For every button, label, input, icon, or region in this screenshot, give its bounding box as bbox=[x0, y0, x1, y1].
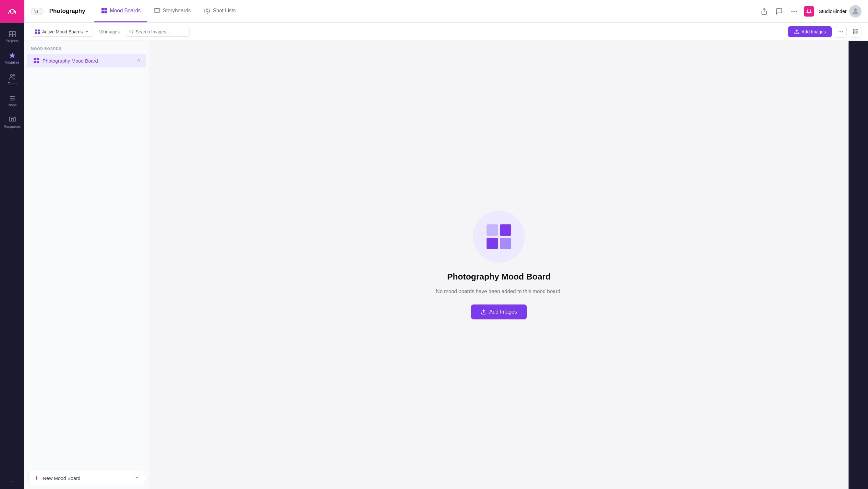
svg-rect-3 bbox=[9, 31, 12, 34]
add-images-button[interactable]: Add Images bbox=[788, 26, 832, 37]
svg-rect-52 bbox=[487, 238, 498, 249]
svg-rect-20 bbox=[154, 8, 160, 12]
main-area: v1 Photography Mood Boards St bbox=[24, 0, 868, 489]
upload-icon-empty bbox=[481, 309, 487, 315]
svg-rect-47 bbox=[37, 61, 39, 63]
right-panel bbox=[848, 41, 868, 489]
svg-rect-13 bbox=[9, 117, 11, 121]
svg-rect-16 bbox=[101, 8, 104, 11]
svg-point-28 bbox=[796, 11, 797, 12]
empty-state: Photography Mood Board No mood boards ha… bbox=[436, 211, 562, 319]
user-name: StudioBinder bbox=[819, 8, 846, 14]
new-mood-board-btn-left: New Mood Board bbox=[34, 475, 81, 481]
project-name: Photography bbox=[49, 8, 85, 14]
svg-rect-33 bbox=[38, 32, 40, 34]
svg-rect-5 bbox=[9, 34, 12, 37]
sidebar-item-count: 0 bbox=[137, 58, 140, 63]
plans-label: Plans bbox=[8, 103, 17, 107]
tab-shot-lists[interactable]: Shot Lists bbox=[197, 0, 242, 22]
toolbar-more-button[interactable] bbox=[835, 26, 846, 38]
search-bar[interactable] bbox=[125, 27, 190, 37]
svg-rect-51 bbox=[500, 224, 511, 236]
svg-rect-43 bbox=[856, 32, 858, 34]
sidebar-item-photography-mood-board[interactable]: Photography Mood Board 0 bbox=[27, 54, 146, 67]
sidebar-item-team[interactable]: Team bbox=[0, 69, 24, 90]
svg-rect-14 bbox=[12, 118, 13, 121]
shot-lists-tab-label: Shot Lists bbox=[213, 8, 236, 13]
svg-rect-46 bbox=[34, 61, 36, 63]
nav-tabs: Mood Boards Storyboards Shot Lists bbox=[94, 0, 759, 22]
user-section[interactable]: StudioBinder bbox=[819, 5, 862, 18]
svg-rect-50 bbox=[487, 224, 498, 236]
sidebar-item-plans[interactable]: Plans bbox=[0, 90, 24, 111]
sidebar-item-projects[interactable]: Projects bbox=[0, 26, 24, 47]
svg-rect-32 bbox=[35, 32, 37, 34]
svg-rect-0 bbox=[6, 5, 18, 17]
svg-rect-41 bbox=[856, 30, 858, 31]
svg-rect-40 bbox=[854, 30, 855, 31]
grid-icon bbox=[853, 29, 859, 35]
chevron-down-icon bbox=[134, 476, 140, 481]
svg-point-2 bbox=[13, 11, 15, 13]
svg-line-35 bbox=[132, 32, 133, 33]
sidebar: MOOD BOARDS Photography Mood Board 0 bbox=[24, 41, 149, 489]
storyboards-tab-label: Storyboards bbox=[163, 8, 191, 13]
svg-rect-42 bbox=[854, 32, 855, 34]
svg-marker-7 bbox=[9, 53, 15, 58]
svg-rect-4 bbox=[12, 31, 15, 34]
svg-rect-45 bbox=[37, 58, 39, 60]
tab-mood-boards[interactable]: Mood Boards bbox=[94, 0, 147, 22]
more-button[interactable]: ... bbox=[10, 477, 14, 489]
search-input[interactable] bbox=[135, 29, 186, 34]
team-label: Team bbox=[8, 82, 17, 86]
filter-label: Active Mood Boards bbox=[42, 29, 83, 34]
nav-items-container: Projects Visualize Team Plans bbox=[0, 23, 24, 477]
sidebar-footer: New Mood Board bbox=[24, 467, 149, 489]
empty-add-images-button[interactable]: Add Images bbox=[471, 304, 526, 319]
new-mood-board-label: New Mood Board bbox=[43, 476, 81, 481]
content-area: MOOD BOARDS Photography Mood Board 0 bbox=[24, 41, 868, 489]
svg-point-1 bbox=[10, 11, 11, 13]
upload-icon bbox=[794, 29, 799, 34]
nav-right: StudioBinder bbox=[759, 5, 862, 18]
svg-rect-18 bbox=[101, 11, 104, 13]
app-logo[interactable] bbox=[0, 0, 24, 23]
resources-label: Resources bbox=[4, 125, 21, 128]
svg-point-29 bbox=[854, 8, 857, 11]
sidebar-item-visualize[interactable]: Visualize bbox=[0, 47, 24, 69]
svg-rect-31 bbox=[38, 29, 40, 31]
svg-point-38 bbox=[840, 31, 841, 32]
svg-point-39 bbox=[842, 31, 843, 32]
svg-rect-53 bbox=[500, 238, 511, 249]
sidebar-item-resources[interactable]: Resources bbox=[0, 111, 24, 133]
empty-state-title: Photography Mood Board bbox=[447, 272, 551, 282]
projects-label: Projects bbox=[6, 39, 19, 43]
empty-state-illustration bbox=[473, 211, 525, 263]
comment-icon[interactable] bbox=[774, 6, 784, 17]
sidebar-list: Photography Mood Board 0 bbox=[24, 54, 149, 467]
svg-point-34 bbox=[130, 30, 133, 33]
filter-dropdown[interactable]: Active Mood Boards bbox=[31, 27, 93, 37]
main-content: Photography Mood Board No mood boards ha… bbox=[149, 41, 848, 489]
sidebar-item-label: Photography Mood Board bbox=[42, 58, 98, 64]
svg-point-9 bbox=[13, 74, 15, 76]
mood-boards-tab-label: Mood Boards bbox=[110, 8, 141, 13]
svg-rect-6 bbox=[12, 34, 15, 37]
mood-board-illustration-icon bbox=[486, 224, 512, 250]
toolbar-view-button[interactable] bbox=[850, 26, 862, 38]
more-icon bbox=[838, 29, 844, 35]
tab-storyboards[interactable]: Storyboards bbox=[147, 0, 197, 22]
mood-board-icon bbox=[33, 58, 39, 64]
svg-point-23 bbox=[204, 8, 210, 13]
top-nav: v1 Photography Mood Boards St bbox=[24, 0, 868, 23]
plus-icon bbox=[34, 475, 39, 481]
share-icon[interactable] bbox=[759, 6, 769, 17]
svg-point-37 bbox=[838, 31, 839, 32]
version-badge[interactable]: v1 bbox=[31, 8, 43, 15]
notification-icon[interactable] bbox=[804, 6, 814, 17]
svg-rect-19 bbox=[104, 11, 107, 13]
new-mood-board-button[interactable]: New Mood Board bbox=[28, 471, 145, 485]
empty-state-description: No mood boards have been added to this m… bbox=[436, 288, 562, 295]
more-options-icon[interactable] bbox=[789, 6, 799, 17]
search-icon bbox=[129, 29, 134, 34]
